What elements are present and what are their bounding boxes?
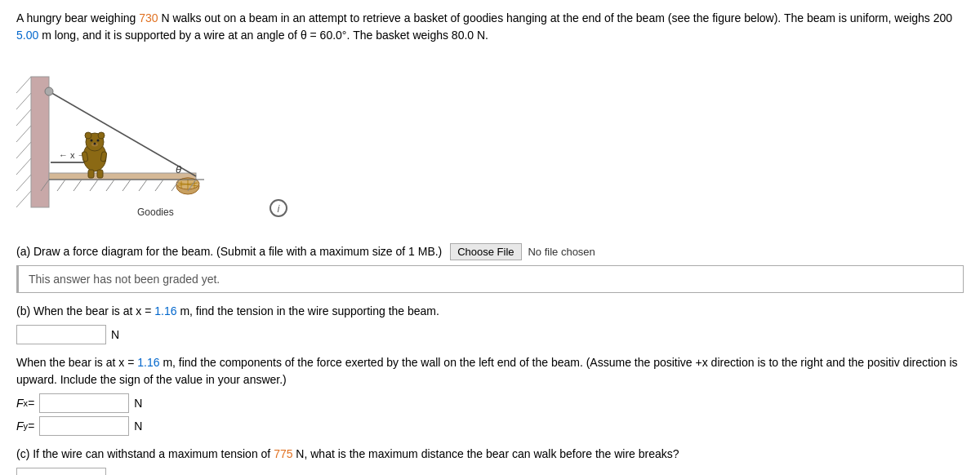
fy-unit: N — [134, 420, 142, 433]
svg-line-43 — [139, 180, 147, 191]
svg-line-6 — [16, 158, 31, 175]
svg-point-23 — [94, 143, 96, 145]
part-c-distance-input[interactable] — [16, 468, 106, 475]
svg-line-5 — [16, 142, 31, 158]
choose-file-button[interactable]: Choose File — [450, 243, 521, 260]
svg-rect-0 — [31, 77, 49, 207]
svg-rect-24 — [88, 170, 94, 178]
svg-line-39 — [74, 180, 82, 191]
part-c-label: (c) If the wire can withstand a maximum … — [16, 446, 964, 463]
part-a-label: (a) Draw a force diagram for the beam. (… — [16, 243, 964, 260]
part-b-label: (b) When the bear is at x = 1.16 m, find… — [16, 303, 964, 320]
svg-point-21 — [97, 140, 100, 142]
part-c-input-row: m — [16, 468, 964, 475]
part-b2-section: When the bear is at x = 1.16 m, find the… — [16, 354, 964, 436]
svg-line-4 — [16, 126, 31, 142]
svg-line-8 — [16, 191, 31, 207]
fy-input[interactable] — [39, 416, 129, 436]
svg-line-2 — [16, 93, 31, 109]
svg-line-41 — [106, 180, 114, 191]
part-b-input-row: N — [16, 325, 964, 344]
svg-line-1 — [16, 77, 31, 93]
svg-line-7 — [16, 175, 31, 191]
figure-container: θ ← x → — [16, 52, 229, 232]
svg-line-42 — [122, 180, 131, 191]
intro-line1: A hungry bear weighing — [16, 11, 139, 24]
part-b2-x-value: 1.16 — [137, 356, 159, 369]
part-a-section: (a) Draw a force diagram for the beam. (… — [16, 243, 964, 293]
svg-line-44 — [155, 180, 163, 191]
intro-line2b: m long, and it is supported by a wire at… — [38, 29, 488, 42]
part-b-unit: N — [111, 328, 119, 341]
svg-point-20 — [91, 140, 93, 142]
fx-input-row: Fx = N — [16, 393, 964, 413]
no-file-text: No file chosen — [528, 246, 595, 258]
fy-input-row: Fy = N — [16, 416, 964, 436]
bear-weight: 730 — [139, 11, 158, 24]
svg-point-19 — [98, 132, 105, 139]
part-c-section: (c) If the wire can withstand a maximum … — [16, 446, 964, 475]
svg-line-10 — [49, 91, 196, 176]
fx-unit: N — [134, 397, 142, 410]
fy-label: Fy = — [16, 420, 34, 433]
part-b2-pre: When the bear is at x = — [16, 356, 137, 369]
part-c-pre: (c) If the wire can withstand a maximum … — [16, 447, 274, 460]
part-c-unit: m — [111, 471, 121, 475]
svg-point-11 — [45, 87, 53, 95]
part-b-tension-input[interactable] — [16, 325, 106, 344]
beam-length: 5.00 — [16, 29, 38, 42]
fx-label: Fx = — [16, 397, 34, 410]
part-a-text: (a) Draw a force diagram for the beam. (… — [16, 245, 442, 258]
part-b2-label: When the bear is at x = 1.16 m, find the… — [16, 354, 964, 388]
svg-rect-25 — [97, 170, 103, 178]
part-b-pre: (b) When the bear is at x = — [16, 304, 154, 317]
part-a-answer-text: This answer has not been graded yet. — [29, 273, 220, 286]
svg-rect-9 — [49, 173, 196, 180]
part-c-post: N, what is the maximum distance the bear… — [292, 447, 679, 460]
part-b-post: m, find the tension in the wire supporti… — [177, 304, 439, 317]
part-b-section: (b) When the bear is at x = 1.16 m, find… — [16, 303, 964, 344]
svg-text:θ: θ — [176, 163, 181, 175]
intro-paragraph: A hungry bear weighing 730 N walks out o… — [16, 10, 964, 44]
svg-point-18 — [85, 132, 91, 139]
part-c-tension-val: 775 — [274, 447, 292, 460]
intro-line1b: N walks out on a beam in an attempt to r… — [158, 11, 953, 24]
svg-line-3 — [16, 109, 31, 126]
figure-area: θ ← x → — [16, 52, 964, 232]
svg-text:Goodies: Goodies — [137, 206, 174, 218]
info-icon[interactable]: i — [270, 199, 287, 217]
fx-input[interactable] — [39, 393, 129, 413]
svg-line-40 — [90, 180, 98, 191]
part-a-answer-box: This answer has not been graded yet. — [16, 265, 964, 293]
physics-diagram: θ ← x → — [16, 52, 229, 232]
part-b-x-value: 1.16 — [154, 304, 176, 317]
svg-line-38 — [57, 180, 65, 191]
